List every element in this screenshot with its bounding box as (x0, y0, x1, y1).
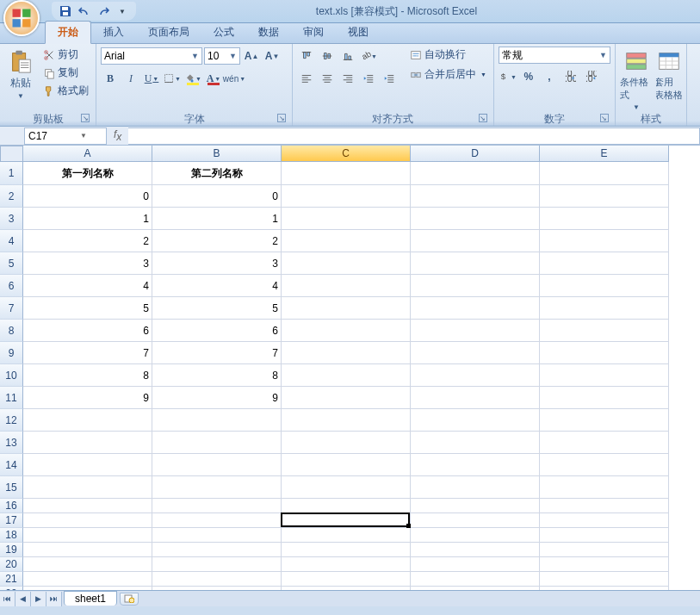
cell-A3[interactable]: 1 (23, 208, 152, 230)
cell-A9[interactable]: 7 (23, 342, 152, 364)
cell-A14[interactable] (23, 454, 152, 476)
cell-A15[interactable] (23, 476, 152, 499)
cell-D6[interactable] (411, 275, 540, 297)
row-header-4[interactable]: 4 (0, 230, 23, 252)
cell-C3[interactable] (282, 208, 411, 230)
paste-button[interactable]: 粘贴 ▼ (4, 47, 37, 100)
cell-D5[interactable] (411, 252, 540, 275)
cell-B16[interactable] (152, 499, 282, 513)
cell-B3[interactable]: 1 (152, 208, 282, 230)
cell-D14[interactable] (411, 454, 540, 476)
cell-E10[interactable] (540, 364, 669, 387)
cell-E18[interactable] (540, 528, 669, 543)
cell-E16[interactable] (540, 499, 669, 513)
decrease-decimal-button[interactable]: .00.0 (581, 67, 600, 86)
cell-E20[interactable] (540, 557, 669, 572)
cell-B13[interactable] (152, 432, 282, 454)
cell-C20[interactable] (282, 557, 411, 572)
ribbon-tab-0[interactable]: 开始 (45, 21, 91, 44)
cell-E8[interactable] (540, 320, 669, 342)
cell-B11[interactable]: 9 (152, 387, 282, 409)
name-box-input[interactable] (28, 130, 80, 142)
cell-A2[interactable]: 0 (23, 185, 152, 208)
cell-B19[interactable] (152, 543, 282, 557)
next-sheet-button[interactable]: ▶ (31, 592, 46, 606)
copy-button[interactable]: 复制 (40, 65, 91, 81)
bold-button[interactable]: B (101, 69, 120, 88)
font-name-select[interactable]: Arial▼ (101, 47, 202, 65)
cell-C1[interactable] (282, 162, 411, 185)
cell-A16[interactable] (23, 499, 152, 513)
cell-D17[interactable] (411, 513, 540, 528)
cell-D10[interactable] (411, 364, 540, 387)
cell-A20[interactable] (23, 557, 152, 572)
wrap-text-button[interactable]: 自动换行 (407, 47, 489, 63)
cell-D19[interactable] (411, 543, 540, 557)
phonetic-button[interactable]: wén▼ (225, 69, 244, 88)
fill-color-button[interactable]: ▼ (183, 69, 202, 88)
col-header-E[interactable]: E (540, 146, 669, 162)
cell-E7[interactable] (540, 297, 669, 320)
cell-B18[interactable] (152, 528, 282, 543)
cell-D9[interactable] (411, 342, 540, 364)
font-size-select[interactable]: 10▼ (204, 47, 240, 65)
qat-dropdown-icon[interactable]: ▼ (115, 4, 129, 18)
cell-D1[interactable] (411, 162, 540, 185)
cell-D3[interactable] (411, 208, 540, 230)
new-sheet-button[interactable] (120, 593, 139, 606)
cell-A18[interactable] (23, 528, 152, 543)
cell-D22[interactable] (411, 587, 540, 590)
cell-C9[interactable] (282, 342, 411, 364)
cell-E1[interactable] (540, 162, 669, 185)
col-header-B[interactable]: B (152, 146, 282, 162)
cell-A10[interactable]: 8 (23, 364, 152, 387)
font-color-button[interactable]: A▼ (204, 69, 223, 88)
cell-C14[interactable] (282, 454, 411, 476)
row-header-22[interactable]: 22 (0, 587, 23, 590)
cell-B7[interactable]: 5 (152, 297, 282, 320)
cell-E13[interactable] (540, 432, 669, 454)
alignment-dialog-launcher[interactable]: ↘ (479, 114, 487, 122)
row-header-6[interactable]: 6 (0, 275, 23, 297)
format-as-table-button[interactable]: 套用 表格格 (656, 47, 682, 102)
col-header-A[interactable]: A (23, 146, 152, 162)
cell-C5[interactable] (282, 252, 411, 275)
cell-E4[interactable] (540, 230, 669, 252)
increase-indent-button[interactable] (380, 69, 399, 88)
cut-button[interactable]: 剪切 (40, 47, 91, 63)
cell-D4[interactable] (411, 230, 540, 252)
cell-B17[interactable] (152, 513, 282, 528)
italic-button[interactable]: I (121, 69, 140, 88)
cell-C12[interactable] (282, 409, 411, 432)
font-dialog-launcher[interactable]: ↘ (277, 114, 286, 122)
row-header-3[interactable]: 3 (0, 208, 23, 230)
cell-E12[interactable] (540, 409, 669, 432)
cell-A4[interactable]: 2 (23, 230, 152, 252)
comma-button[interactable]: , (540, 67, 559, 86)
cell-C18[interactable] (282, 528, 411, 543)
cell-B8[interactable]: 6 (152, 320, 282, 342)
row-header-5[interactable]: 5 (0, 252, 23, 275)
merge-center-button[interactable]: 合并后居中▼ (407, 66, 489, 83)
align-center-button[interactable] (318, 69, 337, 88)
align-left-button[interactable] (297, 69, 316, 88)
align-top-button[interactable] (297, 47, 316, 65)
row-header-10[interactable]: 10 (0, 364, 23, 387)
ribbon-tab-5[interactable]: 审阅 (291, 22, 336, 43)
last-sheet-button[interactable]: ⏭ (46, 592, 62, 606)
ribbon-tab-6[interactable]: 视图 (336, 22, 381, 43)
cell-A8[interactable]: 6 (23, 320, 152, 342)
cell-E9[interactable] (540, 342, 669, 364)
cell-D8[interactable] (411, 320, 540, 342)
ribbon-tab-4[interactable]: 数据 (246, 22, 291, 43)
cell-B14[interactable] (152, 454, 282, 476)
cell-D2[interactable] (411, 185, 540, 208)
accounting-button[interactable]: $▼ (499, 67, 517, 86)
formula-input[interactable] (128, 127, 700, 145)
row-header-18[interactable]: 18 (0, 528, 23, 543)
cell-C4[interactable] (282, 230, 411, 252)
align-middle-button[interactable] (318, 47, 337, 65)
clipboard-dialog-launcher[interactable]: ↘ (81, 114, 90, 122)
cell-E3[interactable] (540, 208, 669, 230)
cell-B9[interactable]: 7 (152, 342, 282, 364)
